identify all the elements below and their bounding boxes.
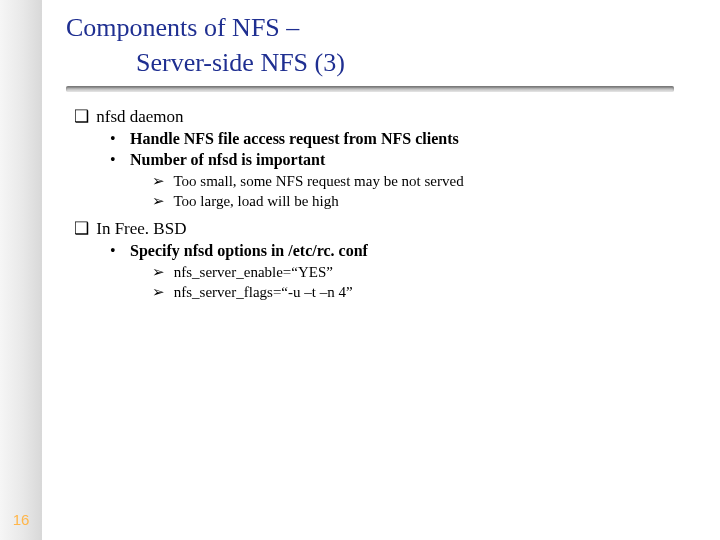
bullet-text: Handle NFS file access request from NFS … [130,130,459,147]
bullet-text: In Free. BSD [96,219,186,238]
content: Components of NFS – Server-side NFS (3) … [66,10,700,303]
bullet-server-enable: ➢ nfs_server_enable=“YES” [152,263,700,281]
slide-title: Components of NFS – Server-side NFS (3) [66,10,700,80]
sidebar-label-wrap: Computer Center, CS, NCTU [0,0,42,420]
bullet-too-small: ➢ Too small, some NFS request may be not… [152,172,700,190]
title-line-2: Server-side NFS (3) [66,45,700,80]
bullet-text: Number of nfsd is important [130,151,325,168]
chevron-right-icon: ➢ [152,263,170,281]
dot-bullet-icon: • [110,130,126,148]
slide: Computer Center, CS, NCTU 16 Components … [0,0,720,540]
bullet-text: Too small, some NFS request may be not s… [173,173,463,189]
chevron-right-icon: ➢ [152,283,170,301]
bullet-specify-options: • Specify nfsd options in /etc/rc. conf [110,242,700,260]
bullet-text: Specify nfsd options in /etc/rc. conf [130,242,368,259]
chevron-right-icon: ➢ [152,192,170,210]
bullet-number-important: • Number of nfsd is important [110,151,700,169]
bullet-too-large: ➢ Too large, load will be high [152,192,700,210]
bullet-nfsd: ❑ nfsd daemon [74,106,700,127]
bullet-text: nfs_server_enable=“YES” [174,264,333,280]
title-rule [66,86,674,92]
bullet-text: nfsd daemon [96,107,183,126]
bullet-handle: • Handle NFS file access request from NF… [110,130,700,148]
bullet-freebsd: ❑ In Free. BSD [74,218,700,239]
sidebar: Computer Center, CS, NCTU 16 [0,0,42,540]
chevron-right-icon: ➢ [152,172,170,190]
bullet-server-flags: ➢ nfs_server_flags=“-u –t –n 4” [152,283,700,301]
page-number: 16 [0,511,42,528]
bullet-text: nfs_server_flags=“-u –t –n 4” [174,284,353,300]
dot-bullet-icon: • [110,242,126,260]
dot-bullet-icon: • [110,151,126,169]
square-bullet-icon: ❑ [74,106,92,127]
square-bullet-icon: ❑ [74,218,92,239]
title-line-1: Components of NFS – [66,10,700,45]
body: ❑ nfsd daemon • Handle NFS file access r… [66,106,700,301]
bullet-text: Too large, load will be high [173,193,338,209]
